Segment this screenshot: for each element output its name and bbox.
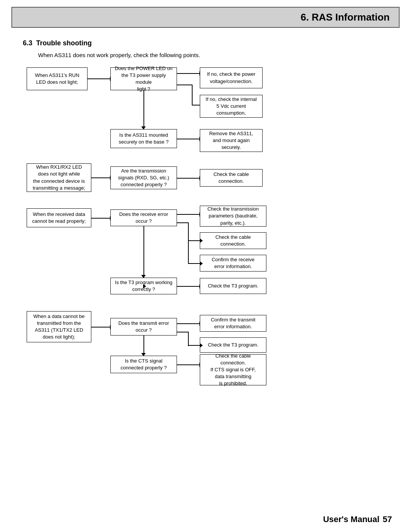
box-b4: If no, check the internal5 Vdc currentco… xyxy=(200,95,263,118)
box-b10: When the received datacannot be read pro… xyxy=(27,208,91,227)
box-b6: Remove the AS311,and mount againsecurely… xyxy=(200,129,263,152)
footer-text: User's Manual xyxy=(323,514,379,524)
box-b14: Confirm the receiveerror information. xyxy=(200,255,266,272)
box-b3: If no, check the powervoltage/connection… xyxy=(200,67,263,88)
section-title: 6.3 Trouble shooting xyxy=(23,39,388,47)
box-b19: Confirm the transmiterror information. xyxy=(200,315,266,332)
box-b1: When AS311's RUNLED does not light; xyxy=(27,67,88,90)
box-b20: Check the T3 program. xyxy=(200,337,266,353)
box-b5: Is the AS311 mountedsecurely on the base… xyxy=(110,129,177,148)
page-number: 57 xyxy=(383,514,392,524)
page-footer: User's Manual 57 xyxy=(323,514,392,524)
page-header: 6. RAS Information xyxy=(11,7,400,28)
box-b21: Is the CTS signalconnected properly ? xyxy=(110,356,177,373)
box-b18: Does the transmit erroroccur ? xyxy=(110,318,177,335)
page-title: 6. RAS Information xyxy=(301,11,390,23)
flowchart: When AS311's RUNLED does not light; Does… xyxy=(11,67,400,410)
box-b11: Does the receive erroroccur ? xyxy=(110,209,177,226)
box-b9: Check the cableconnection. xyxy=(200,169,263,187)
box-b22: Check the cableconnection.If CTS signal … xyxy=(200,354,266,385)
box-b2: Does the POWER LED onthe T3 power supply… xyxy=(110,67,177,90)
intro-text: When AS311 does not work properly, check… xyxy=(38,52,388,58)
box-b7: When RX1/RX2 LEDdoes not light whilethe … xyxy=(27,163,91,192)
box-b8: Are the transmissionsignals (RXD, SG, et… xyxy=(110,166,177,189)
box-b12: Check the transmissionparameters (baudra… xyxy=(200,206,266,227)
box-b13: Check the cableconnection. xyxy=(200,232,266,249)
box-b16: Check the T3 program. xyxy=(200,278,266,294)
box-b17: When a data cannot betransmitted from th… xyxy=(27,311,91,342)
